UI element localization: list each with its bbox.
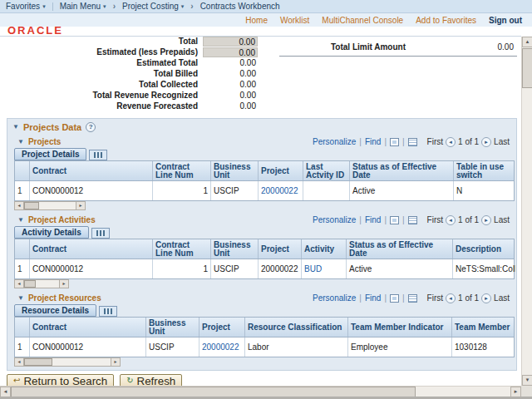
breadcrumb-item-project-costing[interactable]: Project Costing ▾ — [122, 2, 184, 11]
column-header[interactable]: Last Actvity ID — [303, 161, 350, 180]
vertical-scrollbar[interactable]: ▲ ▼ — [521, 37, 532, 386]
personalize-link[interactable]: Personalize — [313, 215, 356, 224]
scrollbar-thumb[interactable] — [24, 280, 36, 288]
column-header[interactable]: Project — [200, 318, 245, 337]
last-link[interactable]: Last — [494, 137, 510, 146]
column-header[interactable]: Team Member — [452, 318, 515, 337]
column-header[interactable]: Business Unit — [211, 161, 259, 180]
collapse-triangle-icon[interactable]: ▼ — [17, 295, 24, 302]
column-header[interactable]: Contract — [30, 161, 153, 180]
scrollbar-track[interactable] — [24, 202, 76, 209]
projects-grid-hscrollbar[interactable]: ◄ ► — [14, 201, 86, 210]
previous-page-icon[interactable]: ◄ — [446, 215, 456, 225]
detach-icon[interactable] — [390, 138, 399, 146]
breadcrumb-item-main-menu[interactable]: Main Menu ▾ — [60, 2, 106, 11]
scroll-right-icon[interactable]: ► — [59, 280, 68, 288]
last-link[interactable]: Last — [494, 293, 510, 303]
column-header[interactable]: Activity — [302, 239, 347, 259]
scrollbar-thumb[interactable] — [24, 358, 52, 366]
project-cell: 20000022 — [259, 259, 302, 278]
column-header[interactable]: Resource Classification — [245, 318, 348, 337]
scroll-left-icon[interactable]: ◄ — [15, 358, 24, 366]
scrollbar-track[interactable] — [24, 280, 59, 288]
resources-section-header: ▼ Project Resources Personalize | Find |… — [17, 293, 510, 303]
project-link[interactable]: 20000022 — [200, 337, 245, 357]
next-page-icon[interactable]: ► — [481, 215, 491, 225]
column-header[interactable]: Description — [453, 239, 515, 259]
project-link[interactable]: 20000022 — [259, 181, 303, 200]
column-header[interactable]: Team Member Indicator — [348, 318, 452, 337]
activities-grid-hscrollbar[interactable]: ◄ ► — [14, 279, 69, 288]
resources-grid-hscrollbar[interactable]: ◄ ► — [14, 357, 121, 367]
next-page-icon[interactable]: ► — [481, 137, 491, 147]
show-all-columns-icon[interactable] — [89, 150, 107, 160]
download-icon[interactable] — [408, 138, 417, 146]
download-icon[interactable] — [408, 216, 417, 224]
show-all-columns-icon[interactable] — [99, 306, 117, 317]
scroll-right-icon[interactable]: ► — [111, 358, 120, 366]
tab-resource-details[interactable]: Resource Details — [14, 304, 96, 317]
scroll-up-icon[interactable]: ▲ — [522, 37, 532, 47]
scrollbar-thumb[interactable] — [522, 48, 532, 88]
column-header[interactable]: Contract Line Num — [153, 239, 211, 259]
next-page-icon[interactable]: ► — [481, 293, 491, 303]
scroll-left-icon[interactable]: ◄ — [15, 280, 24, 288]
table-row: 1 CON0000012 1 USCIP 20000022 BUD Active… — [15, 259, 514, 278]
show-all-columns-icon[interactable] — [91, 228, 110, 239]
summary-row: Total Revenue Recognized 0.00 — [0, 91, 266, 101]
tab-activity-details[interactable]: Activity Details — [14, 226, 89, 239]
previous-page-icon[interactable]: ◄ — [446, 137, 456, 147]
scrollbar-track[interactable] — [24, 358, 111, 366]
horizontal-scrollbar[interactable]: ◄ ► — [0, 386, 521, 397]
scroll-right-icon[interactable]: ► — [76, 202, 85, 209]
collapse-triangle-icon[interactable]: ▼ — [17, 217, 24, 224]
column-header[interactable]: Business Unit — [211, 239, 259, 259]
personalize-link[interactable]: Personalize — [313, 293, 356, 303]
scroll-left-icon[interactable]: ◄ — [15, 202, 24, 209]
breadcrumb-item-favorites[interactable]: Favorites ▾ — [6, 2, 46, 11]
column-header[interactable]: Status as of Effective Date — [350, 161, 454, 180]
personalize-link[interactable]: Personalize — [313, 137, 356, 146]
home-link[interactable]: Home — [245, 16, 268, 25]
projects-section-header: ▼ Projects Personalize | Find | | First … — [17, 136, 510, 147]
column-header[interactable]: Business Unit — [146, 318, 200, 337]
column-header[interactable]: Contract — [30, 239, 153, 259]
first-link[interactable]: First — [427, 215, 443, 224]
sign-out-link[interactable]: Sign out — [489, 16, 522, 25]
summary-value: 0.00 — [203, 91, 258, 100]
download-icon[interactable] — [408, 294, 417, 303]
summary-row: Total 0.00 — [0, 37, 266, 47]
last-link[interactable]: Last — [494, 215, 510, 224]
projects-data-header[interactable]: ▼ Projects Data ? — [12, 122, 96, 132]
last-activity-cell — [303, 181, 350, 200]
column-header[interactable]: Project — [259, 161, 303, 180]
first-link[interactable]: First — [427, 137, 443, 146]
breadcrumb-label: Favorites — [6, 2, 40, 11]
help-icon[interactable]: ? — [86, 122, 96, 132]
toolbar-separator: | — [359, 215, 362, 224]
column-header[interactable]: Contract Line Num — [153, 161, 211, 180]
column-header[interactable]: Project — [259, 239, 302, 259]
column-header[interactable]: Status as of Effective Date — [347, 239, 453, 259]
activity-link[interactable]: BUD — [302, 259, 347, 278]
scrollbar-thumb[interactable] — [24, 202, 39, 209]
add-to-favorites-link[interactable]: Add to Favorites — [416, 16, 476, 25]
grid-toolbar: Personalize | Find | | First ◄ 1 of 1 ► … — [313, 137, 510, 147]
projects-grid-header: Contract Contract Line Num Business Unit… — [15, 161, 514, 181]
tab-project-details[interactable]: Project Details — [14, 148, 86, 160]
previous-page-icon[interactable]: ◄ — [446, 293, 456, 303]
collapse-triangle-icon[interactable]: ▼ — [12, 124, 19, 131]
breadcrumb-item-contracts-workbench[interactable]: Contracts Workbench — [200, 2, 280, 11]
collapse-triangle-icon[interactable]: ▼ — [17, 139, 24, 145]
multichannel-console-link[interactable]: MultiChannel Console — [322, 16, 403, 25]
find-link[interactable]: Find — [365, 137, 381, 146]
worklist-link[interactable]: Worklist — [280, 16, 309, 25]
first-link[interactable]: First — [427, 293, 443, 303]
column-header[interactable]: Table in use switch — [454, 161, 515, 180]
detach-icon[interactable] — [390, 216, 399, 224]
find-link[interactable]: Find — [365, 215, 381, 224]
detach-icon[interactable] — [390, 294, 399, 303]
scroll-down-icon[interactable]: ▼ — [522, 375, 532, 386]
column-header[interactable]: Contract — [30, 318, 146, 337]
find-link[interactable]: Find — [365, 293, 381, 303]
